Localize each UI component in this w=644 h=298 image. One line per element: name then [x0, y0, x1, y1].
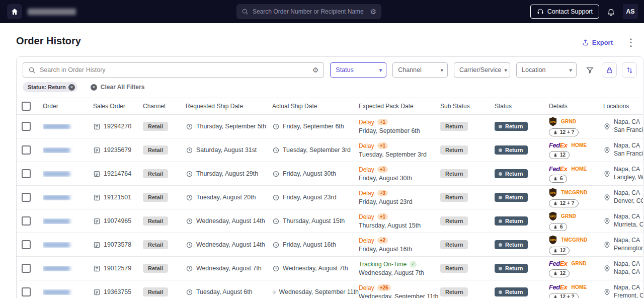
carrier-service-label: HOME	[572, 142, 587, 148]
topbar: ⚙ Contact Support AS	[0, 0, 644, 23]
export-icon	[582, 39, 589, 46]
locations-text: Napa, CA Langley, WA	[614, 166, 643, 181]
clear-all-filters-button[interactable]: × Clear All Filters	[91, 84, 145, 91]
sales-order-icon	[93, 123, 101, 130]
sort-swap-button[interactable]	[622, 62, 637, 78]
order-link-redacted[interactable]	[43, 147, 70, 153]
carrier-service-filter-dropdown[interactable]: Carrier/Service ▾	[454, 62, 510, 78]
sales-order-icon	[93, 170, 101, 178]
location-pin-icon	[603, 288, 611, 296]
search-icon	[242, 8, 249, 15]
actual-ship-date: Friday, September 6th	[283, 123, 344, 130]
contact-support-button[interactable]: Contact Support	[530, 5, 599, 19]
status-pill: Return	[495, 287, 528, 296]
pack-status-label: Delay	[359, 190, 374, 197]
weight-value: 6	[560, 224, 563, 230]
carrier-service-label: TMCGRND	[561, 190, 588, 195]
table-row: 19214764 Retail Thursday, August 29th Fr…	[17, 162, 643, 186]
row-checkbox[interactable]	[22, 122, 31, 131]
channel-chip: Retail	[143, 169, 168, 178]
column-header-status[interactable]: Status	[495, 103, 549, 110]
row-checkbox[interactable]	[22, 145, 31, 155]
column-header-sales-order[interactable]: Sales Order	[93, 103, 143, 110]
export-button[interactable]: Export	[582, 39, 613, 46]
status-label: Return	[505, 218, 523, 224]
sales-order-icon	[93, 265, 101, 272]
order-link-redacted[interactable]	[43, 124, 70, 129]
weight-pill: 12 + ?	[549, 199, 579, 207]
status-label: Return	[505, 289, 523, 295]
location-pin-icon	[603, 123, 611, 130]
column-header-actual-ship-date[interactable]: Actual Ship Date	[272, 103, 359, 110]
table-search-gear-icon[interactable]: ⚙	[312, 66, 319, 73]
status-label: Return	[505, 242, 523, 248]
channel-chip: Retail	[143, 240, 168, 249]
user-avatar[interactable]: AS	[623, 4, 638, 19]
remove-filter-icon[interactable]: ×	[68, 84, 75, 91]
order-link-redacted[interactable]	[43, 171, 70, 177]
weight-icon	[553, 294, 558, 298]
row-checkbox[interactable]	[22, 287, 31, 296]
locations-text: Napa, CA San Francisco, CA	[614, 118, 643, 134]
column-header-locations[interactable]: Locations	[603, 103, 643, 110]
column-header-details[interactable]: Details	[549, 103, 603, 110]
weight-icon	[553, 224, 558, 230]
column-header-requested-ship-date[interactable]: Requested Ship Date	[186, 103, 272, 110]
column-header-sub-status[interactable]: Sub Status	[440, 103, 495, 110]
overflow-menu-icon[interactable]: ⋮	[626, 37, 636, 47]
weight-pill: 12 + ?	[549, 128, 579, 136]
table-search-input[interactable]	[40, 66, 308, 73]
sales-order-number: 19294270	[104, 123, 131, 130]
notifications-bell-icon[interactable]	[607, 8, 615, 16]
chevron-down-icon: ▾	[441, 67, 444, 73]
select-all-checkbox[interactable]	[22, 102, 31, 111]
ups-logo: UPS	[549, 117, 557, 126]
global-search-input[interactable]	[253, 8, 366, 15]
pack-status-label: Delay	[359, 119, 374, 126]
carrier-service-label: GRND	[572, 261, 587, 266]
order-link-redacted[interactable]	[43, 242, 70, 248]
app-logo[interactable]	[7, 4, 22, 19]
brand-name-redacted	[28, 9, 76, 15]
weight-pill: 6	[549, 175, 567, 183]
filter-chip-status-return[interactable]: Status: Return ×	[23, 82, 77, 92]
filter-funnel-button[interactable]	[583, 63, 597, 77]
sales-order-icon	[93, 217, 101, 225]
status-pill: Return	[495, 145, 528, 155]
row-checkbox[interactable]	[22, 216, 31, 226]
weight-value: 12	[560, 248, 566, 253]
sub-status-chip: Return	[440, 240, 468, 249]
status-pill: Return	[495, 240, 528, 249]
table-row: 19074965 Retail Wednesday, August 14th T…	[17, 209, 643, 233]
expected-pack-date: Friday, September 6th	[359, 127, 420, 134]
actual-ship-date: Wednesday, August 7th	[283, 265, 348, 272]
actual-ship-date: Friday, August 30th	[283, 170, 336, 177]
delay-badge: +1	[377, 166, 388, 173]
row-checkbox[interactable]	[22, 240, 31, 249]
history-clock-icon	[272, 241, 280, 249]
order-link-redacted[interactable]	[43, 289, 70, 295]
weight-value: 12	[560, 152, 566, 158]
row-checkbox[interactable]	[22, 264, 31, 273]
status-filter-dropdown[interactable]: Status ▾	[330, 62, 386, 78]
carrier-service-label: TMCGRND	[561, 237, 588, 243]
search-settings-gear-icon[interactable]: ⚙	[370, 8, 376, 15]
row-checkbox[interactable]	[22, 193, 31, 202]
order-link-redacted[interactable]	[43, 266, 70, 271]
destination-location: Murrieta, CA	[614, 221, 643, 229]
order-link-redacted[interactable]	[43, 195, 70, 200]
history-clock-icon	[272, 288, 276, 296]
location-filter-dropdown[interactable]: Location ▾	[516, 62, 577, 78]
column-header-expected-pack-date[interactable]: Expected Pack Date	[359, 103, 440, 110]
weight-icon	[553, 270, 558, 276]
weight-value: 12 + ?	[560, 129, 575, 135]
row-checkbox[interactable]	[22, 169, 31, 178]
table-toolbar-buttons	[583, 62, 637, 78]
requested-ship-date: Tuesday, August 6th	[196, 288, 253, 295]
order-link-redacted[interactable]	[43, 218, 70, 224]
column-header-order[interactable]: Order	[43, 103, 93, 110]
destination-location: Napa, CA	[614, 268, 640, 276]
lock-columns-button[interactable]	[602, 62, 617, 78]
channel-filter-dropdown[interactable]: Channel ▾	[392, 62, 448, 78]
column-header-channel[interactable]: Channel	[143, 103, 186, 110]
